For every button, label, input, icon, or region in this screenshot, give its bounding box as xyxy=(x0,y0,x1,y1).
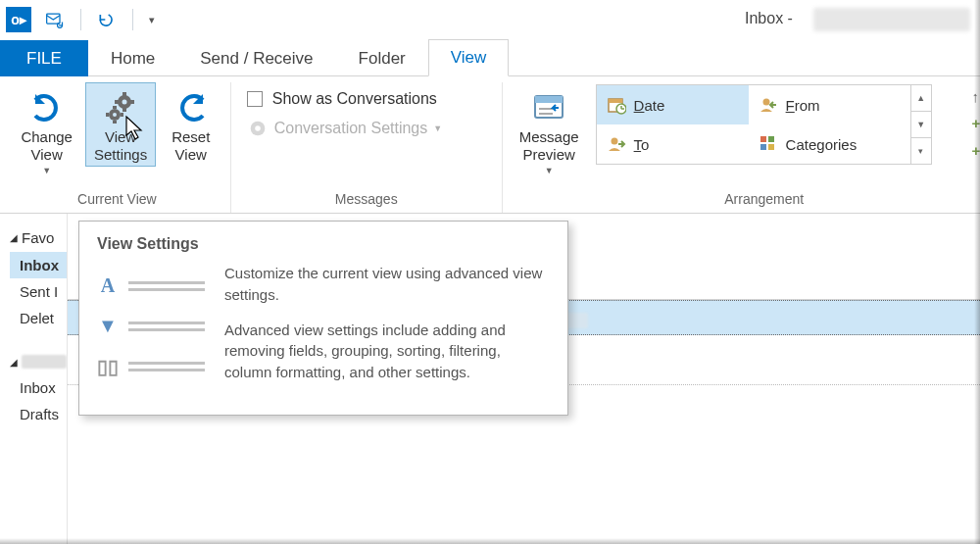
message-preview-icon xyxy=(531,90,566,125)
svg-point-2 xyxy=(122,100,127,105)
change-view-icon xyxy=(29,90,65,125)
message-preview-button[interactable]: Message Preview ▼ xyxy=(511,82,588,179)
nav-item-inbox[interactable]: Inbox xyxy=(10,252,67,278)
svg-rect-20 xyxy=(609,99,622,103)
group-label-current-view: Current View xyxy=(77,187,157,213)
redacted-account xyxy=(22,355,67,369)
mail-sync-icon[interactable] xyxy=(45,10,65,29)
svg-rect-3 xyxy=(122,92,126,96)
arrange-by-from[interactable]: From xyxy=(749,85,910,124)
arrange-date-label: ate xyxy=(644,97,664,114)
gallery-more[interactable]: ▾ xyxy=(911,138,931,164)
add-columns-button[interactable]: +▭Ad xyxy=(972,115,980,132)
svg-rect-28 xyxy=(760,144,766,150)
tab-file[interactable]: FILE xyxy=(0,40,88,76)
navigation-pane: ◢Favo Inbox Sent I Delet ◢ Inbox Drafts xyxy=(0,214,67,544)
expand-collapse-button[interactable]: +−Ex xyxy=(972,142,980,159)
tab-view[interactable]: View xyxy=(428,39,510,76)
svg-rect-9 xyxy=(113,106,117,109)
nav-favorites-header[interactable]: ◢Favo xyxy=(10,229,67,246)
change-view-button[interactable]: Change View ▼ xyxy=(12,82,81,179)
reset-view-label: Reset View xyxy=(169,128,214,164)
message-preview-label: Message Preview xyxy=(519,128,579,164)
view-settings-label: View Settings xyxy=(94,128,147,164)
group-messages: Show as Conversations Conversation Setti… xyxy=(231,82,503,213)
outlook-logo-icon: o▸ xyxy=(6,7,31,32)
reverse-sort-button[interactable]: ↑↓R xyxy=(972,88,980,105)
svg-point-25 xyxy=(611,138,617,145)
nav-item-deleted[interactable]: Delet xyxy=(10,305,67,331)
svg-rect-10 xyxy=(113,121,117,124)
tooltip-title: View Settings xyxy=(97,235,550,253)
checkbox-icon xyxy=(247,91,263,107)
svg-rect-5 xyxy=(115,100,119,104)
group-label-arrangement: Arrangement xyxy=(724,187,804,213)
svg-point-24 xyxy=(762,99,769,106)
group-arrangement: Message Preview ▼ Date From To xyxy=(503,82,980,213)
svg-rect-11 xyxy=(106,113,109,117)
gallery-scroll-up[interactable]: ▲ xyxy=(911,85,931,112)
tooltip-graphic: A ▼ ▯▯ xyxy=(97,263,205,397)
gallery-scroll-down[interactable]: ▼ xyxy=(911,112,931,138)
gallery-scroll: ▲ ▼ ▾ xyxy=(910,84,932,165)
from-icon xyxy=(759,95,778,115)
to-icon xyxy=(607,134,626,154)
qat-separator xyxy=(80,9,81,30)
tooltip-p2: Advanced view settings include adding an… xyxy=(224,320,550,383)
show-conversations-label: Show as Conversations xyxy=(272,90,437,108)
svg-rect-16 xyxy=(535,96,563,103)
ribbon-tabs: FILE Home Send / Receive Folder View xyxy=(0,39,980,76)
arrange-by-categories[interactable]: Categories xyxy=(749,124,910,164)
arrangement-side-options: ↑↓R +▭Ad +−Ex xyxy=(943,82,980,159)
svg-rect-29 xyxy=(768,144,774,150)
tooltip-p1: Customize the current view using advance… xyxy=(224,263,550,306)
nav-item-drafts[interactable]: Drafts xyxy=(10,401,67,427)
categories-icon xyxy=(759,134,778,154)
svg-point-8 xyxy=(113,113,117,117)
svg-rect-26 xyxy=(760,136,766,142)
conversation-settings-button: Conversation Settings ▼ xyxy=(247,118,486,139)
redacted-account xyxy=(813,8,970,31)
arrangement-gallery: Date From To Categories ▲ xyxy=(596,84,911,165)
reset-view-button[interactable]: Reset View xyxy=(160,82,222,167)
svg-rect-0 xyxy=(47,14,60,24)
svg-rect-27 xyxy=(768,136,774,142)
view-settings-tooltip: View Settings A ▼ ▯▯ Customize the curre… xyxy=(78,221,568,416)
reset-view-icon xyxy=(173,90,209,125)
arrange-to-label: o xyxy=(641,136,649,153)
dropdown-caret-icon: ▼ xyxy=(545,166,554,176)
undo-icon[interactable] xyxy=(97,10,117,29)
svg-rect-12 xyxy=(121,113,123,117)
gears-icon xyxy=(103,90,138,125)
arrange-by-to[interactable]: To xyxy=(597,124,749,164)
arrange-by-date[interactable]: Date xyxy=(597,85,749,124)
nav-item-inbox-2[interactable]: Inbox xyxy=(10,374,67,401)
group-current-view: Change View ▼ View Settings Reset View xyxy=(4,82,231,213)
change-view-label: Change View xyxy=(21,128,73,164)
ribbon: Change View ▼ View Settings Reset View xyxy=(0,76,980,214)
svg-rect-4 xyxy=(122,108,126,112)
svg-point-14 xyxy=(255,125,261,131)
qat-customize-icon[interactable]: ▾ xyxy=(149,14,155,26)
dropdown-caret-icon: ▼ xyxy=(42,166,51,176)
arrange-from-label: rom xyxy=(795,97,820,114)
tab-send-receive[interactable]: Send / Receive xyxy=(177,40,335,76)
group-label-messages: Messages xyxy=(335,187,398,213)
arrange-categories-label: Categories xyxy=(786,136,858,153)
conversation-settings-label: Conversation Settings xyxy=(274,120,428,137)
tab-folder[interactable]: Folder xyxy=(336,40,428,76)
date-icon xyxy=(607,95,626,115)
window-title: Inbox - xyxy=(745,10,793,27)
qat-separator xyxy=(132,9,133,30)
svg-rect-6 xyxy=(130,100,134,104)
tab-home[interactable]: Home xyxy=(88,40,177,76)
conversation-settings-icon xyxy=(247,118,269,139)
title-bar: o▸ ▾ Inbox - xyxy=(0,0,980,39)
nav-account-header[interactable]: ◢ xyxy=(10,355,67,369)
show-conversations-checkbox[interactable]: Show as Conversations xyxy=(247,90,486,108)
view-settings-button[interactable]: View Settings xyxy=(85,82,155,167)
nav-item-sent[interactable]: Sent I xyxy=(10,278,67,305)
